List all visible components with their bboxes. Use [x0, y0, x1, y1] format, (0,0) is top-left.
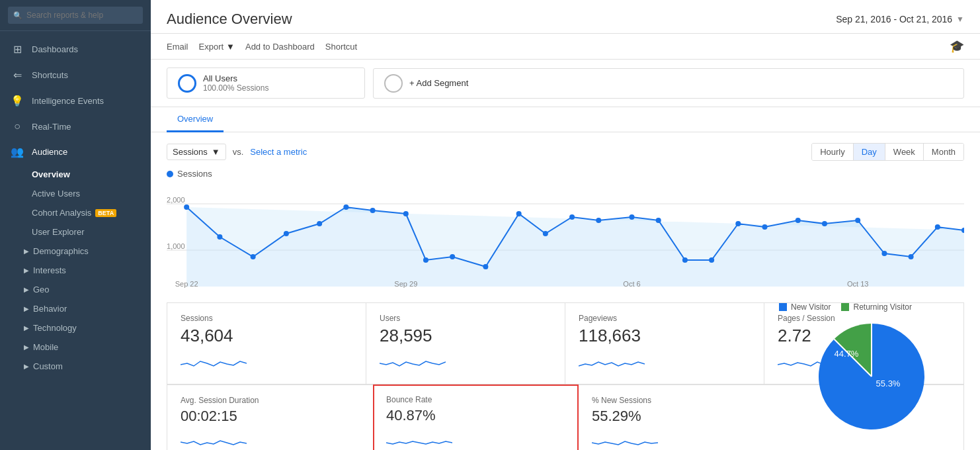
sidebar-sub-user-explorer[interactable]: User Explorer: [0, 222, 151, 242]
sidebar-item-shortcuts[interactable]: ⇐ Shortcuts: [0, 62, 151, 88]
email-button[interactable]: Email: [167, 40, 188, 53]
svg-point-28: [935, 224, 940, 230]
svg-point-4: [251, 254, 256, 259]
demographics-label: Demographics: [33, 246, 89, 256]
geo-label: Geo: [33, 285, 50, 294]
line-chart: 2,000 1,000: [167, 184, 964, 292]
pageviews-value: 118,663: [579, 326, 751, 346]
add-to-dashboard-button[interactable]: Add to Dashboard: [245, 40, 315, 53]
svg-point-27: [909, 254, 914, 259]
sidebar-sub-technology[interactable]: ▶ Technology: [0, 318, 151, 338]
sidebar-item-realtime[interactable]: ○ Real-Time: [0, 114, 151, 139]
page-header: Audience Overview Sep 21, 2016 - Oct 21,…: [151, 0, 980, 34]
sidebar-sub-active-users[interactable]: Active Users: [0, 184, 151, 203]
user-explorer-label: User Explorer: [32, 227, 84, 237]
chevron-right-icon: ▶: [24, 248, 29, 255]
new-visitor-color: [779, 303, 787, 311]
date-dropdown-icon: ▼: [956, 15, 964, 24]
sidebar-item-audience[interactable]: 👥 Audience: [0, 139, 151, 165]
chevron-right-icon: ▶: [24, 305, 29, 312]
segment-name: All Users: [203, 73, 268, 83]
svg-point-3: [217, 234, 222, 240]
svg-point-6: [317, 221, 322, 226]
metric-selector[interactable]: Sessions ▼: [167, 144, 226, 160]
beta-badge: BETA: [95, 209, 116, 217]
svg-text:Sep 22: Sep 22: [175, 280, 198, 288]
segment-info: All Users 100.00% Sessions: [203, 73, 268, 93]
report-tabs: Overview: [151, 107, 980, 132]
sidebar-search-container: 🔍: [0, 0, 151, 31]
sidebar-sub-geo[interactable]: ▶ Geo: [0, 280, 151, 299]
pageviews-label: Pageviews: [579, 314, 751, 323]
sidebar-sub-mobile[interactable]: ▶ Mobile: [0, 338, 151, 357]
select-metric-link[interactable]: Select a metric: [250, 147, 307, 157]
audience-icon: 👥: [11, 146, 24, 158]
time-btn-week[interactable]: Week: [885, 144, 924, 160]
pageviews-sparkline: [579, 351, 645, 371]
time-btn-hourly[interactable]: Hourly: [812, 144, 854, 160]
segment-pill-1[interactable]: All Users 100.00% Sessions: [167, 68, 365, 99]
chevron-right-icon: ▶: [24, 286, 29, 293]
sidebar-item-intelligence[interactable]: 💡 Intelligence Events: [0, 88, 151, 114]
svg-point-5: [284, 231, 289, 236]
add-segment-button[interactable]: + Add Segment: [373, 68, 964, 99]
sessions-legend-label: Sessions: [177, 169, 212, 179]
time-btn-month[interactable]: Month: [924, 144, 963, 160]
interests-label: Interests: [33, 265, 66, 275]
mobile-label: Mobile: [33, 342, 58, 352]
export-dropdown[interactable]: Export ▼: [199, 40, 235, 53]
metric-selector-icon: ▼: [212, 147, 220, 157]
sidebar-item-label: Real-Time: [32, 122, 71, 132]
svg-point-22: [762, 224, 767, 230]
segment-circle-empty: [384, 74, 403, 93]
tab-overview[interactable]: Overview: [167, 107, 224, 132]
sidebar-sub-demographics[interactable]: ▶ Demographics: [0, 242, 151, 261]
sessions-value: 43,604: [181, 326, 352, 346]
sidebar-sub-behavior[interactable]: ▶ Behavior: [0, 299, 151, 318]
sidebar-item-label: Audience: [32, 147, 67, 157]
svg-point-25: [855, 218, 860, 223]
help-icon[interactable]: 🎓: [950, 40, 964, 53]
segment-sub: 100.00% Sessions: [203, 83, 268, 93]
sidebar-sub-cohort[interactable]: Cohort Analysis BETA: [0, 203, 151, 222]
sidebar-item-dashboards[interactable]: ⊞ Dashboards: [0, 36, 151, 62]
bounce-rate-sparkline: [386, 429, 452, 449]
sessions-sparkline: [181, 351, 247, 371]
export-button[interactable]: Export: [199, 40, 224, 53]
svg-point-17: [629, 214, 634, 220]
pie-legend: New Visitor Returning Visitor: [779, 302, 964, 312]
pie-chart-container: 55.3% 44.7%: [779, 317, 964, 436]
date-range-picker[interactable]: Sep 21, 2016 - Oct 21, 2016 ▼: [836, 14, 964, 24]
svg-point-24: [822, 221, 827, 226]
page-title: Audience Overview: [167, 11, 292, 28]
metric-avg-session: Avg. Session Duration 00:02:15: [167, 385, 374, 450]
y-label-1000: 1,000: [167, 242, 185, 250]
technology-label: Technology: [33, 323, 77, 333]
shortcut-button[interactable]: Shortcut: [325, 40, 357, 53]
pie-chart-section: New Visitor Returning Visitor 5: [779, 302, 964, 436]
returning-visitor-legend: Returning Visitor: [841, 302, 912, 312]
time-btn-day[interactable]: Day: [854, 144, 885, 160]
metric-selector-label: Sessions: [173, 147, 208, 157]
sidebar-sub-custom[interactable]: ▶ Custom: [0, 357, 151, 376]
main-content: Audience Overview Sep 21, 2016 - Oct 21,…: [151, 0, 980, 450]
realtime-icon: ○: [11, 120, 24, 132]
sidebar-sub-interests[interactable]: ▶ Interests: [0, 261, 151, 280]
bounce-rate-value: 40.87%: [386, 407, 565, 424]
export-arrow-icon: ▼: [226, 42, 235, 52]
bounce-rate-label: Bounce Rate: [386, 395, 565, 404]
pie-chart-svg: 55.3% 44.7%: [812, 317, 931, 436]
y-label-2000: 2,000: [167, 196, 185, 204]
svg-point-15: [569, 214, 575, 220]
search-input[interactable]: [8, 7, 143, 24]
metric-pageviews: Pageviews 118,663: [565, 303, 764, 384]
sidebar-item-label: Dashboards: [32, 44, 78, 54]
add-segment-label: + Add Segment: [409, 78, 468, 88]
chevron-right-icon: ▶: [24, 363, 29, 370]
svg-point-19: [682, 257, 688, 263]
new-sessions-label: % New Sessions: [592, 396, 771, 405]
bottom-section: Sessions 43,604 Users 28,595 Pageviews 1…: [167, 302, 964, 450]
sidebar-sub-overview[interactable]: Overview: [0, 165, 151, 184]
cohort-label: Cohort Analysis: [32, 208, 91, 218]
returning-pct-label: 44.7%: [835, 349, 859, 359]
